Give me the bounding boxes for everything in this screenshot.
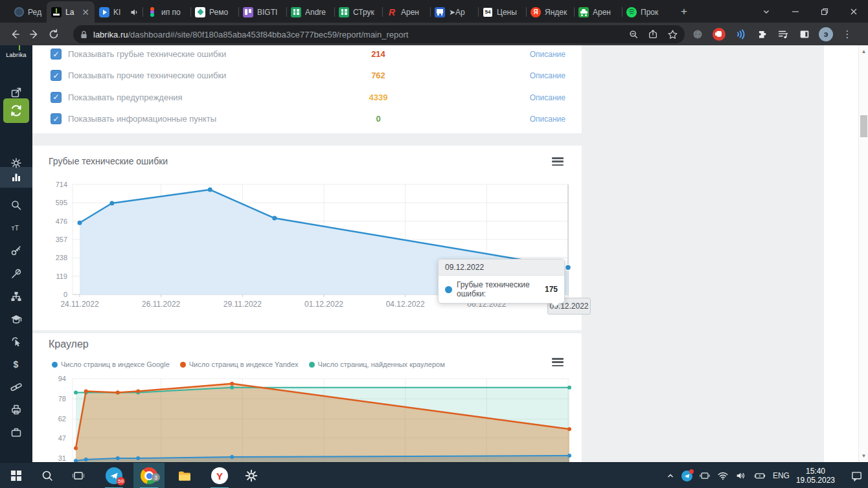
- start-button[interactable]: [2, 463, 30, 488]
- legend-item[interactable]: Число страниц, найденных краулером: [309, 360, 445, 368]
- taskbar-clock[interactable]: 15:40 19.05.2023: [796, 467, 835, 485]
- browser-tab-14[interactable]: Прок: [622, 1, 670, 23]
- tray-chevron-icon[interactable]: [666, 471, 675, 480]
- minimize-icon[interactable]: [781, 0, 810, 23]
- filter-row: ✓Показывать информационные пункты0Описан…: [32, 112, 582, 128]
- tab-title: La: [65, 8, 77, 17]
- chrome-badge: 3: [152, 473, 160, 482]
- sidebar-item-key-icon[interactable]: [10, 244, 23, 257]
- tab-search-chevron-icon[interactable]: [751, 0, 781, 23]
- tray-wifi-icon[interactable]: [717, 470, 729, 482]
- tray-language-badge[interactable]: ENG: [773, 471, 790, 480]
- task-view-icon[interactable]: [64, 463, 93, 488]
- forward-icon[interactable]: [25, 25, 44, 44]
- scrollbar-thumb[interactable]: [860, 115, 867, 137]
- description-link[interactable]: Описание: [530, 115, 565, 124]
- browser-tab-2[interactable]: La✕: [47, 1, 95, 23]
- back-icon[interactable]: [5, 25, 25, 44]
- browser-tab-4[interactable]: ип по: [143, 1, 190, 23]
- ext-adblock-hand-icon[interactable]: [711, 26, 727, 43]
- legend-item[interactable]: Число страниц в индексе Google: [52, 360, 170, 368]
- taskbar-yandex-icon[interactable]: Y: [205, 463, 234, 488]
- close-icon[interactable]: [839, 0, 868, 23]
- scroll-down-icon[interactable]: ▼: [859, 451, 868, 461]
- tray-cast-icon[interactable]: [699, 470, 711, 482]
- filter-checkbox[interactable]: ✓: [51, 113, 62, 124]
- description-link[interactable]: Описание: [530, 71, 565, 80]
- sidebar-item-education-icon[interactable]: [10, 313, 23, 326]
- browser-tab-3[interactable]: KI: [95, 1, 143, 23]
- figma-favicon: [147, 7, 157, 17]
- extensions-puzzle-icon[interactable]: [753, 26, 770, 43]
- taskbar-chrome-icon[interactable]: 3: [135, 463, 163, 488]
- chart2-menu-icon[interactable]: [552, 358, 564, 366]
- yandex-favicon: Я: [531, 7, 541, 17]
- sidebar-item-sitemap-icon[interactable]: [10, 290, 23, 303]
- legend-item[interactable]: Число страниц в индексе Yandex: [180, 360, 299, 368]
- sidebar-item-search-icon[interactable]: [10, 199, 23, 212]
- taskbar-telegram-icon[interactable]: 59: [100, 463, 128, 488]
- tab-close-icon[interactable]: ✕: [81, 8, 90, 17]
- sidebar-item-click-icon[interactable]: [10, 335, 23, 348]
- sidebar-item-briefcase-icon[interactable]: [10, 426, 23, 439]
- sidebar-item-link-icon[interactable]: [10, 381, 23, 394]
- chart1-plot[interactable]: 714595476357238119024.11.202226.11.20222…: [32, 175, 582, 327]
- tab-audio-icon[interactable]: [130, 8, 138, 16]
- new-tab-button[interactable]: +: [676, 4, 692, 19]
- ext-side-panel-icon[interactable]: [796, 26, 813, 43]
- maximize-icon[interactable]: [810, 0, 839, 23]
- ext-globe-icon[interactable]: [689, 26, 706, 43]
- ext-sound-waves-icon[interactable]: [732, 26, 749, 43]
- sidebar-item-bar-chart-icon[interactable]: [10, 171, 23, 184]
- chart2-plot[interactable]: 9478624731: [32, 372, 582, 462]
- description-link[interactable]: Описание: [530, 93, 565, 102]
- legend-dot: [180, 362, 186, 368]
- scrollbar[interactable]: ▲ ▼: [858, 45, 868, 462]
- tray-telegram-icon[interactable]: [681, 471, 692, 482]
- sidebar-item-external-link-icon[interactable]: [10, 86, 23, 99]
- browser-menu-kebab-icon[interactable]: ⋮: [839, 26, 856, 43]
- tray-volume-icon[interactable]: [735, 470, 747, 482]
- browser-tab-6[interactable]: BIGTI: [238, 1, 286, 23]
- sidebar-item-typography-icon[interactable]: тТ: [10, 221, 23, 234]
- sidebar-item-wrench-icon[interactable]: [10, 267, 23, 280]
- reload-icon[interactable]: [44, 25, 63, 44]
- sidebar-item-printer-icon[interactable]: [10, 403, 23, 416]
- browser-tab-5[interactable]: Ремо: [190, 1, 238, 23]
- profile-avatar[interactable]: э: [817, 26, 834, 43]
- taskbar-explorer-icon[interactable]: [170, 463, 199, 488]
- lock-icon: [80, 30, 88, 39]
- browser-tab-12[interactable]: ЯЯндек: [526, 1, 574, 23]
- zoom-icon[interactable]: [628, 29, 639, 39]
- notification-center-icon[interactable]: [851, 470, 863, 482]
- browser-tab-8[interactable]: СТрук: [334, 1, 382, 23]
- extensions-row: э ⋮: [689, 23, 856, 45]
- tab-strip: РедакLa✕KIип поРемоBIGTIAndreСТрукRАрен➤…: [0, 0, 868, 23]
- browser-tab-10[interactable]: ➤Ар: [430, 1, 478, 23]
- filter-checkbox[interactable]: ✓: [51, 70, 62, 81]
- taskbar-search-icon[interactable]: [33, 463, 62, 488]
- share-icon[interactable]: [648, 29, 658, 39]
- tray-battery-icon[interactable]: [753, 470, 766, 482]
- svg-text:0: 0: [63, 291, 67, 298]
- address-bar[interactable]: labrika.ru/dashboard#/site/80f180a85aba4…: [73, 25, 685, 43]
- browser-tab-13[interactable]: Арен: [574, 1, 622, 23]
- filter-checkbox[interactable]: ✓: [51, 92, 62, 103]
- browser-tab-11[interactable]: 54Цены: [478, 1, 526, 23]
- browser-tab-9[interactable]: RАрен: [382, 1, 430, 23]
- filter-row: ✓Показывать грубые технические ошибки214…: [32, 47, 582, 63]
- ext-playlist-icon[interactable]: [775, 26, 792, 43]
- browser-tab-7[interactable]: Andre: [286, 1, 334, 23]
- sidebar-sync-button[interactable]: [3, 98, 29, 123]
- filter-checkbox[interactable]: ✓: [51, 49, 62, 60]
- filter-count: 762: [339, 71, 417, 80]
- browser-tab-1[interactable]: Редак: [9, 1, 47, 23]
- sidebar-item-gear-icon[interactable]: [10, 157, 23, 170]
- description-link[interactable]: Описание: [530, 50, 565, 59]
- chart1-menu-icon[interactable]: [552, 157, 564, 166]
- tab-title: Яндек: [545, 8, 569, 17]
- sidebar-item-dollar-icon[interactable]: $: [10, 358, 23, 371]
- scroll-up-icon[interactable]: ▲: [859, 47, 868, 56]
- bookmark-star-icon[interactable]: [667, 29, 678, 40]
- taskbar-settings-icon[interactable]: [237, 463, 266, 488]
